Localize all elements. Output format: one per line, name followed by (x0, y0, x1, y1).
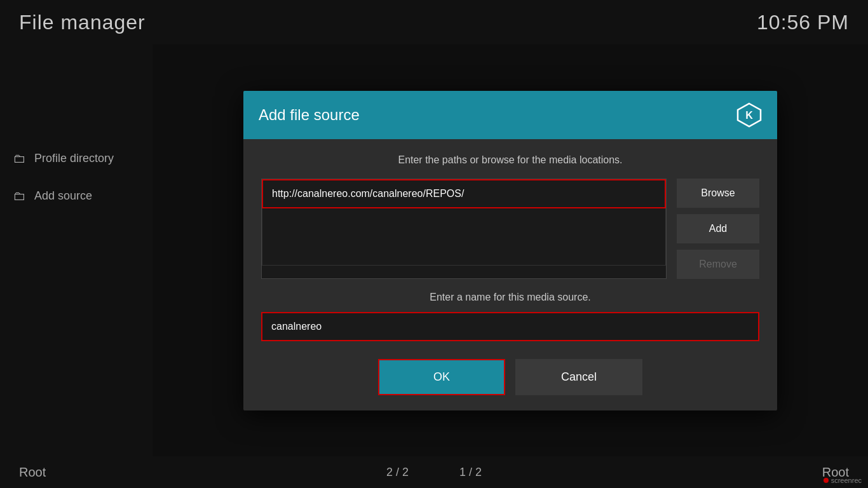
dialog-header: Add file source K (243, 91, 777, 139)
ok-button[interactable]: OK (378, 359, 505, 395)
name-label: Enter a name for this media source. (261, 292, 759, 303)
side-buttons: Browse Add Remove (677, 179, 759, 279)
top-bar: File manager 10:56 PM (0, 0, 868, 44)
path-input[interactable] (262, 179, 666, 208)
page-title: File manager (19, 11, 146, 34)
dialog-title: Add file source (259, 106, 360, 124)
path-area (261, 179, 667, 279)
cancel-button[interactable]: Cancel (515, 359, 642, 395)
sidebar: 🗀 Profile directory 🗀 Add source (0, 44, 153, 456)
sidebar-item-label: Add source (34, 189, 92, 203)
sidebar-item-label: Profile directory (34, 152, 114, 165)
watermark: screenrec (824, 477, 862, 484)
add-button[interactable]: Add (677, 214, 759, 243)
dialog-body: Enter the paths or browse for the media … (243, 139, 777, 410)
browse-button[interactable]: Browse (677, 179, 759, 208)
watermark-dot (824, 478, 829, 483)
path-row: Browse Add Remove (261, 179, 759, 279)
clock: 10:56 PM (757, 11, 849, 34)
pagination-left: 2 / 2 (386, 466, 409, 479)
name-input[interactable] (261, 312, 759, 341)
bottom-left-label: Root (19, 465, 46, 480)
svg-text:K: K (745, 110, 753, 121)
path-list-area (262, 208, 666, 266)
pagination-right: 1 / 2 (459, 466, 482, 479)
bottom-bar: Root 2 / 2 1 / 2 Root (0, 456, 868, 488)
main-area: Add file source K Enter the paths or bro… (153, 44, 868, 456)
sidebar-item-add-source[interactable]: 🗀 Add source (0, 177, 153, 215)
sidebar-item-profile-directory[interactable]: 🗀 Profile directory (0, 140, 153, 177)
dialog-overlay: Add file source K Enter the paths or bro… (153, 44, 868, 456)
watermark-text: screenrec (831, 477, 862, 484)
bottom-center: 2 / 2 1 / 2 (386, 466, 482, 479)
add-file-source-dialog: Add file source K Enter the paths or bro… (243, 91, 777, 410)
kodi-logo-icon: K (736, 102, 762, 128)
dialog-subtitle: Enter the paths or browse for the media … (261, 154, 759, 166)
action-buttons: OK Cancel (261, 359, 759, 395)
name-input-wrapper (261, 312, 759, 341)
folder-icon: 🗀 (13, 151, 25, 166)
folder-icon: 🗀 (13, 189, 25, 203)
remove-button[interactable]: Remove (677, 250, 759, 279)
